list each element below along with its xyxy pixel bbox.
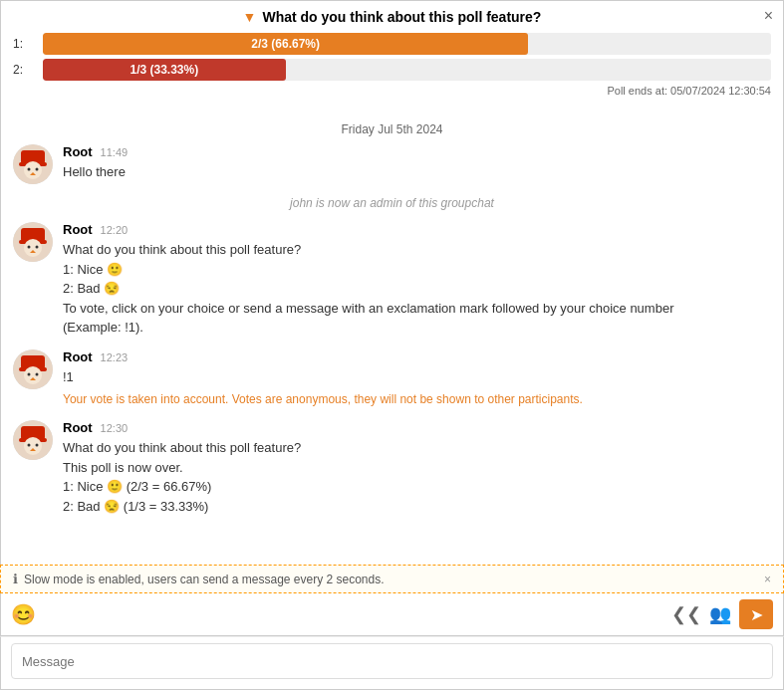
- message-line: What do you think about this poll featur…: [63, 240, 771, 260]
- message-header: Root 12:23: [63, 349, 771, 364]
- message-row: Root 12:30 What do you think about this …: [13, 420, 771, 516]
- toolbar-right: ❮❮ 👥 ➤: [671, 599, 773, 629]
- avatar: [13, 349, 53, 389]
- poll-bar-1-container[interactable]: 2/3 (66.67%): [43, 33, 771, 55]
- avatar: [13, 144, 53, 184]
- message-line: 1: Nice 🙂 (2/3 = 66.67%): [63, 477, 771, 497]
- svg-point-26: [36, 444, 39, 447]
- poll-option-1-label: 1:: [13, 37, 43, 51]
- poll-bar-2: 1/3 (33.33%): [43, 59, 286, 81]
- svg-point-3: [24, 161, 42, 179]
- message-content: Root 11:49 Hello there: [63, 144, 771, 182]
- message-line: !1: [63, 367, 771, 387]
- message-content: Root 12:23 !1 Your vote is taken into ac…: [63, 349, 771, 409]
- reply-icon-button[interactable]: ❮❮: [671, 603, 701, 625]
- slow-mode-bar: ℹ Slow mode is enabled, users can send a…: [0, 565, 784, 593]
- username: Root: [63, 420, 93, 435]
- vote-confirm-text: Your vote is taken into account. Votes a…: [63, 390, 771, 408]
- message-input[interactable]: [11, 643, 773, 679]
- message-content: Root 12:20 What do you think about this …: [63, 222, 771, 338]
- message-line: This poll is now over.: [63, 458, 771, 478]
- message-line: To vote, click on your choice or send a …: [63, 299, 771, 319]
- poll-option-1: 1: 2/3 (66.67%): [13, 33, 771, 55]
- message-row: Root 12:23 !1 Your vote is taken into ac…: [13, 349, 771, 409]
- timestamp: 12:20: [101, 224, 129, 236]
- poll-title: What do you think about this poll featur…: [262, 9, 541, 25]
- emoji-button[interactable]: 😊: [11, 602, 36, 626]
- info-icon: ℹ: [13, 572, 18, 586]
- svg-point-12: [36, 246, 39, 249]
- username: Root: [63, 222, 93, 237]
- timestamp: 12:23: [101, 351, 129, 363]
- poll-title-row: ▼ What do you think about this poll feat…: [13, 9, 771, 25]
- send-button[interactable]: ➤: [739, 599, 773, 629]
- message-line: (Example: !1).: [63, 318, 771, 338]
- username: Root: [63, 144, 93, 159]
- message-text: What do you think about this poll featur…: [63, 240, 771, 338]
- message-content: Root 12:30 What do you think about this …: [63, 420, 771, 516]
- svg-point-18: [28, 372, 31, 375]
- svg-point-24: [24, 437, 42, 455]
- poll-option-2-label: 2:: [13, 63, 43, 77]
- system-message: john is now an admin of this groupchat: [13, 196, 771, 210]
- svg-point-4: [28, 168, 31, 171]
- svg-point-10: [24, 239, 42, 257]
- poll-bar-2-container[interactable]: 1/3 (33.33%): [43, 59, 771, 81]
- timestamp: 12:30: [101, 422, 129, 434]
- message-row: Root 11:49 Hello there: [13, 144, 771, 184]
- message-text: What do you think about this poll featur…: [63, 438, 771, 516]
- message-text: !1 Your vote is taken into account. Vote…: [63, 367, 771, 409]
- poll-ends-text: Poll ends at: 05/07/2024 12:30:54: [13, 85, 771, 97]
- message-row: Root 12:20 What do you think about this …: [13, 222, 771, 338]
- svg-point-5: [36, 168, 39, 171]
- avatar: [13, 420, 53, 460]
- message-header: Root 12:20: [63, 222, 771, 237]
- message-line: 1: Nice 🙂: [63, 260, 771, 280]
- message-line: 2: Bad 😒: [63, 279, 771, 299]
- svg-point-25: [28, 444, 31, 447]
- svg-point-11: [28, 246, 31, 249]
- svg-point-17: [24, 366, 42, 384]
- message-header: Root 11:49: [63, 144, 771, 159]
- message-line: 2: Bad 😒 (1/3 = 33.33%): [63, 497, 771, 517]
- message-text: Hello there: [63, 162, 771, 182]
- group-icon-button[interactable]: 👥: [709, 603, 731, 625]
- message-line: Hello there: [63, 162, 771, 182]
- message-input-row: [0, 636, 784, 690]
- poll-close-button[interactable]: ×: [764, 7, 773, 25]
- slow-mode-close-button[interactable]: ×: [764, 573, 771, 586]
- poll-bar-1: 2/3 (66.67%): [43, 33, 528, 55]
- message-line: What do you think about this poll featur…: [63, 438, 771, 458]
- date-separator: Friday Jul 5th 2024: [13, 122, 771, 136]
- poll-option-2: 2: 1/3 (33.33%): [13, 59, 771, 81]
- poll-chevron-icon: ▼: [243, 9, 257, 25]
- avatar: [13, 222, 53, 262]
- poll-banner: ▼ What do you think about this poll feat…: [0, 0, 784, 105]
- svg-point-19: [36, 372, 39, 375]
- message-header: Root 12:30: [63, 420, 771, 435]
- slow-mode-text: Slow mode is enabled, users can send a m…: [24, 573, 385, 586]
- chat-area: Friday Jul 5th 2024 Root 11:49: [0, 105, 784, 565]
- bottom-toolbar: 😊 ❮❮ 👥 ➤: [0, 593, 784, 636]
- username: Root: [63, 349, 93, 364]
- send-icon: ➤: [750, 605, 763, 624]
- timestamp: 11:49: [101, 146, 129, 158]
